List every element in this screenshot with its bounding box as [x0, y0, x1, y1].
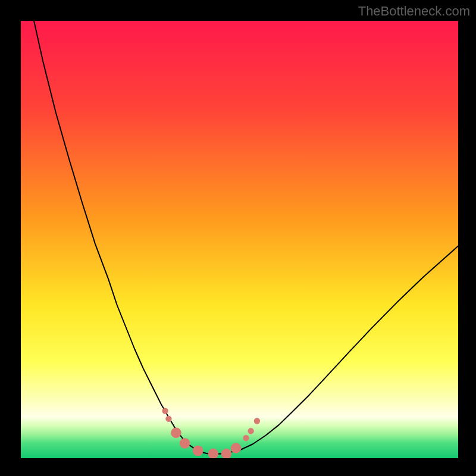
data-marker [180, 438, 190, 449]
data-marker [248, 428, 253, 434]
chart-area [21, 21, 458, 458]
chart-svg [21, 21, 458, 458]
data-marker [254, 418, 260, 424]
data-marker [171, 428, 181, 439]
watermark-text: TheBottleneck.com [358, 4, 470, 19]
data-marker [165, 416, 171, 422]
data-marker [243, 435, 249, 441]
data-marker [193, 446, 203, 456]
data-marker [162, 408, 168, 414]
outer-frame: TheBottleneck.com [0, 0, 476, 476]
data-marker [231, 443, 242, 453]
gradient-background [21, 21, 458, 458]
